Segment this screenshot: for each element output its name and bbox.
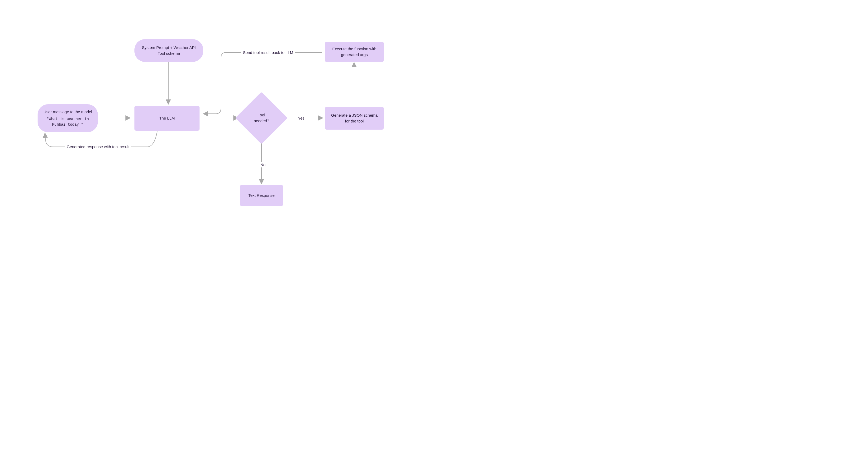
node-execute-fn: Execute the function with generated args (325, 42, 384, 62)
node-decision: Tool needed? (243, 99, 280, 136)
edge-label-send-back: Send tool result back to LLM (241, 50, 295, 55)
edge-label-yes: Yes (297, 115, 306, 121)
execute-fn-text: Execute the function with generated args (330, 46, 378, 58)
node-user-message: User message to the model "What is weath… (38, 104, 98, 132)
node-generate-json: Generate a JSON schema for the tool (325, 107, 384, 130)
system-prompt-text: System Prompt + Weather API Tool schema (140, 45, 198, 57)
text-response-text: Text Response (248, 193, 274, 199)
edge-label-generated-response: Generated response with tool result (65, 144, 131, 150)
generate-json-text: Generate a JSON schema for the tool (330, 113, 378, 124)
flowchart-canvas: User message to the model "What is weath… (0, 0, 434, 237)
node-system-prompt: System Prompt + Weather API Tool schema (134, 39, 203, 62)
node-llm: The LLM (134, 106, 199, 131)
decision-text: Tool needed? (250, 112, 273, 124)
llm-text: The LLM (159, 115, 175, 121)
edge-label-no: No (259, 162, 267, 167)
node-text-response: Text Response (240, 185, 283, 206)
user-message-title: User message to the model (43, 109, 92, 115)
user-message-subtitle: "What is weather in Mumbai today." (43, 116, 93, 127)
